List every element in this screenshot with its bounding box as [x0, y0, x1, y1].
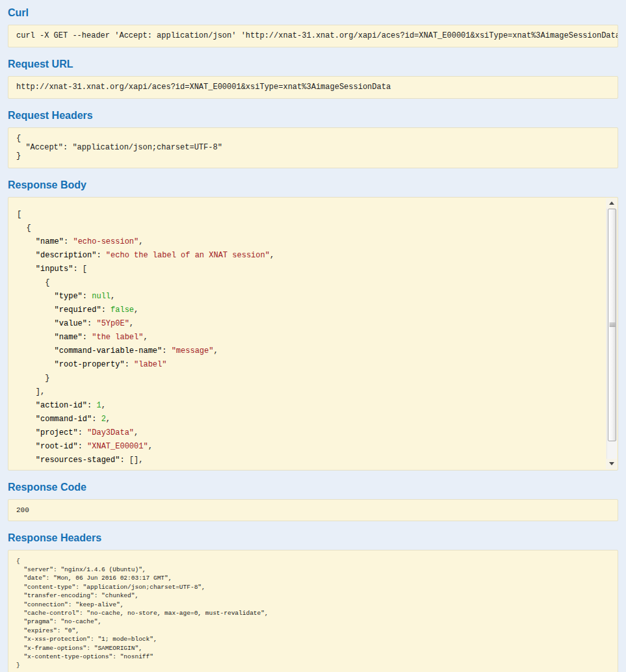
- scrollbar-up-button[interactable]: [606, 198, 617, 209]
- response-body-scrollbar[interactable]: [606, 198, 617, 469]
- scrollbar-track[interactable]: [606, 209, 617, 459]
- api-response-panel: Curl curl -X GET --header 'Accept: appli…: [8, 6, 618, 672]
- curl-heading: Curl: [8, 6, 618, 19]
- response-headers-box: { "server": "nginx/1.4.6 (Ubuntu)", "dat…: [8, 550, 618, 672]
- response-code-box: 200: [8, 499, 618, 521]
- scrollbar-grip-icon: [609, 322, 615, 327]
- response-body-box[interactable]: [ { "name": "echo-session", "description…: [8, 197, 618, 471]
- request-url-box: http://xnat-31.xnat.org/xapi/aces?id=XNA…: [8, 76, 618, 99]
- response-body-json: [ { "name": "echo-session", "description…: [8, 198, 618, 471]
- scrollbar-down-button[interactable]: [606, 459, 617, 469]
- scrollbar-thumb[interactable]: [608, 209, 616, 441]
- response-code-heading: Response Code: [8, 481, 618, 493]
- scroll-down-arrow-icon: [609, 462, 614, 465]
- response-body-heading: Response Body: [8, 179, 618, 191]
- request-url-heading: Request URL: [8, 58, 618, 70]
- response-headers-heading: Response Headers: [8, 532, 618, 544]
- request-headers-box: { "Accept": "application/json;charset=UT…: [8, 127, 618, 168]
- scroll-up-arrow-icon: [609, 201, 614, 205]
- request-headers-heading: Request Headers: [8, 109, 618, 122]
- curl-command-box: curl -X GET --header 'Accept: applicatio…: [8, 25, 618, 47]
